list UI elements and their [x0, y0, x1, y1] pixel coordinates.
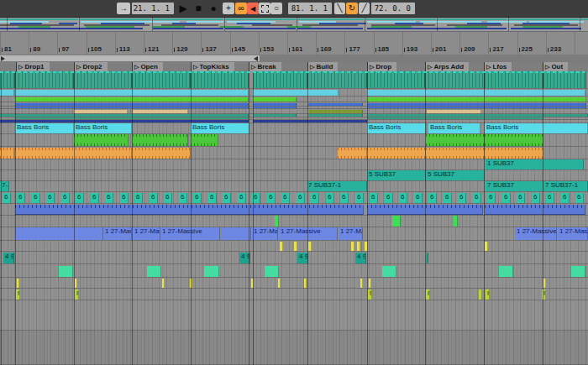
arrangement-clip[interactable]: [253, 71, 307, 88]
arrangement-clip[interactable]: [367, 97, 586, 102]
track-lane-13[interactable]: [0, 170, 588, 181]
arrangement-clip[interactable]: [351, 242, 354, 251]
arrangement-clip[interactable]: 6: [458, 193, 466, 203]
arrangement-clip[interactable]: 6: [311, 193, 319, 203]
locator-flag[interactable]: ▷Break: [249, 62, 281, 71]
arrangement-clip[interactable]: 6: [370, 193, 378, 203]
locator-flag[interactable]: ▷Drop2: [74, 62, 108, 71]
arrangement-clip[interactable]: [485, 71, 543, 88]
arrangement-clip[interactable]: [338, 148, 367, 159]
arrangement-clip[interactable]: 6: [32, 193, 40, 203]
arrangement-clip[interactable]: 6: [46, 193, 55, 203]
arrangement-clip[interactable]: [221, 227, 251, 240]
locator-flag[interactable]: ▷Drop1: [16, 62, 50, 71]
arrangement-clip[interactable]: Bass Boris: [485, 123, 588, 133]
arrangement-clip[interactable]: Bass Boris: [191, 123, 249, 133]
arrangement-clip[interactable]: 6: [223, 193, 231, 203]
arrangement-clip[interactable]: [485, 205, 585, 215]
locator-flag[interactable]: ▷Build: [307, 62, 338, 71]
arrangement-clip[interactable]: 1 27-Mas: [252, 227, 278, 240]
arrangement-clip[interactable]: 6: [385, 193, 393, 203]
arrangement-clip[interactable]: [132, 148, 191, 159]
arrangement-clip[interactable]: 6: [120, 193, 129, 203]
arrangement-clip[interactable]: 6: [3, 193, 11, 203]
loop-brace[interactable]: [0, 55, 260, 61]
arrangement-clip[interactable]: [426, 253, 428, 263]
arrangement-clip[interactable]: [304, 279, 307, 288]
arrangement-clip[interactable]: [367, 148, 426, 159]
arrangement-clip[interactable]: 6: [561, 193, 570, 203]
arrangement-clip[interactable]: 6: [61, 193, 70, 203]
arrangement-clip[interactable]: [253, 103, 297, 106]
track-lane-24[interactable]: [0, 301, 588, 331]
arrangement-tracks[interactable]: Bass BorisBass BorisBass BorisBass Boris…: [0, 71, 588, 365]
arrangement-clip[interactable]: [74, 110, 128, 113]
arrangement-clip[interactable]: 6: [76, 193, 84, 203]
arrangement-clip[interactable]: 1 27-Ma: [339, 227, 363, 240]
arrangement-clip[interactable]: [253, 90, 339, 96]
track-lane-20[interactable]: [0, 253, 588, 264]
arrangement-clip[interactable]: 4 S: [3, 253, 14, 263]
arrangement-clip[interactable]: [0, 114, 249, 117]
arrangement-clip[interactable]: [280, 242, 283, 251]
arrangement-clip[interactable]: 6: [340, 193, 349, 203]
track-lane-17[interactable]: [0, 216, 588, 227]
play-button[interactable]: ▶: [176, 2, 190, 15]
arrangement-clip[interactable]: [425, 71, 485, 88]
arrangement-clip[interactable]: [74, 71, 132, 88]
arrangement-clip[interactable]: [309, 110, 363, 113]
arrangement-clip[interactable]: 6: [487, 193, 496, 203]
arrangement-clip[interactable]: 6: [91, 193, 99, 203]
arrangement-clip[interactable]: Bass Boris: [428, 123, 480, 133]
arrangement-clip[interactable]: 6: [164, 193, 172, 203]
arrangement-clip[interactable]: [307, 71, 367, 88]
arrangement-clip[interactable]: 6: [355, 193, 364, 203]
arrangement-clip[interactable]: [426, 134, 485, 146]
arrangement-clip[interactable]: 1 27-Mas: [103, 227, 132, 240]
arrangement-clip[interactable]: 6: [297, 193, 305, 203]
arrangement-clip[interactable]: [162, 279, 165, 288]
arrangement-clip[interactable]: 6: [502, 193, 511, 203]
arrangement-clip[interactable]: 6: [546, 193, 554, 203]
arrangement-clip[interactable]: [357, 242, 360, 251]
arrangement-clip[interactable]: 6: [238, 193, 246, 203]
arrangement-clip[interactable]: [278, 279, 281, 288]
arrangement-clip[interactable]: F: [16, 289, 20, 300]
arrangement-clip[interactable]: [485, 242, 488, 251]
arrangement-clip[interactable]: [308, 242, 312, 251]
arrangement-clip[interactable]: [15, 227, 103, 240]
arrangement-clip[interactable]: [571, 266, 585, 277]
arrangement-clip[interactable]: 1 27-Massive: [279, 227, 338, 240]
arrangement-clip[interactable]: [367, 71, 425, 88]
track-lane-23[interactable]: [0, 289, 588, 300]
arrangement-clip[interactable]: F: [75, 289, 79, 300]
loop-start-field[interactable]: 81. 1. 1: [288, 3, 332, 14]
arrangement-clip[interactable]: [75, 279, 77, 288]
arrangement-clip[interactable]: 6: [179, 193, 187, 203]
arrangement-clip[interactable]: [392, 216, 401, 227]
locator-flag[interactable]: ▷Arps Add: [425, 62, 469, 71]
arrangement-clip[interactable]: 6: [267, 193, 276, 203]
arrangement-clip[interactable]: [204, 266, 219, 277]
arrangement-clip[interactable]: [308, 114, 363, 117]
loop-length-field[interactable]: 72. 0. 0: [371, 3, 415, 14]
arrangement-clip[interactable]: [369, 279, 371, 288]
back-to-arrangement-button[interactable]: ◀: [247, 3, 259, 14]
beat-time-ruler[interactable]: 8189971051131211291371451531611691771851…: [0, 32, 588, 55]
arrangement-clip[interactable]: [308, 103, 363, 106]
arrangement-clip[interactable]: [367, 107, 485, 108]
arrangement-clip[interactable]: [485, 148, 543, 159]
arrangement-clip[interactable]: [191, 134, 218, 146]
arrangement-clip[interactable]: [367, 117, 543, 119]
arrangement-clip[interactable]: [454, 216, 458, 227]
arrangement-clip[interactable]: [191, 71, 249, 88]
arrangement-clip[interactable]: 1 27-Massive: [515, 227, 557, 240]
locator-flag[interactable]: ▷Lfos: [484, 62, 512, 71]
arrangement-clip[interactable]: 6: [399, 193, 407, 203]
arrangement-clip[interactable]: [360, 279, 363, 288]
arrangement-clip[interactable]: 5 SUB37: [426, 170, 485, 180]
arrangement-clip[interactable]: [367, 103, 586, 106]
arrangement-clip[interactable]: [253, 114, 297, 117]
arrangement-clip[interactable]: [59, 266, 73, 277]
arrangement-clip[interactable]: 6: [532, 193, 540, 203]
